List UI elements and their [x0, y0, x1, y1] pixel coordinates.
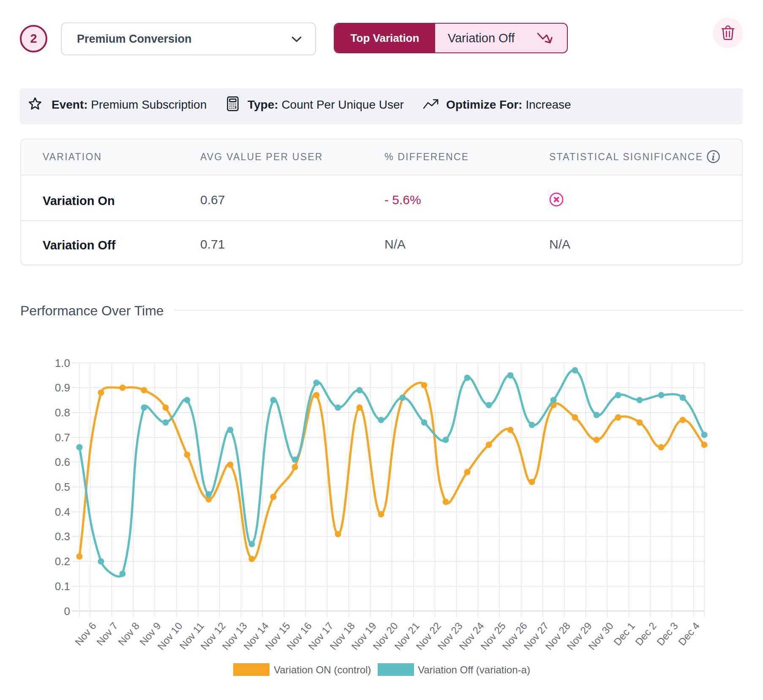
svg-text:Dec 3: Dec 3	[654, 620, 680, 648]
svg-text:Nov 7: Nov 7	[94, 620, 120, 648]
svg-text:Nov 8: Nov 8	[116, 620, 142, 648]
svg-text:Dec 4: Dec 4	[676, 620, 702, 648]
svg-text:0.7: 0.7	[55, 431, 70, 444]
svg-text:0.8: 0.8	[55, 406, 70, 419]
svg-text:Variation Off (variation-a): Variation Off (variation-a)	[418, 664, 530, 675]
svg-text:0.2: 0.2	[55, 555, 70, 568]
svg-text:0.6: 0.6	[55, 456, 70, 468]
svg-text:0.5: 0.5	[55, 481, 70, 493]
svg-text:0.4: 0.4	[55, 506, 70, 518]
svg-text:Dec 2: Dec 2	[633, 620, 659, 648]
svg-text:0.3: 0.3	[55, 530, 70, 543]
svg-text:0: 0	[64, 605, 70, 618]
svg-text:0.9: 0.9	[55, 381, 70, 394]
svg-text:Variation ON (control): Variation ON (control)	[274, 664, 371, 675]
svg-text:Dec 1: Dec 1	[611, 620, 637, 648]
svg-text:0.1: 0.1	[55, 580, 70, 593]
svg-text:1.0: 1.0	[55, 357, 70, 369]
svg-text:Nov 6: Nov 6	[73, 620, 98, 648]
